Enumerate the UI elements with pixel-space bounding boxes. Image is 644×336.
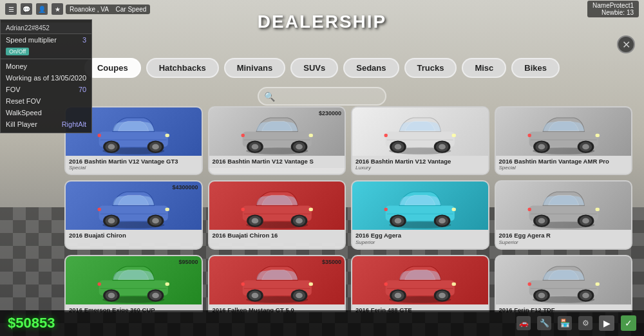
svg-point-50 xyxy=(108,218,115,224)
bottom-bar: $50853 🚗 🔧 🏪 ⚙ ▶ ✓ xyxy=(0,310,644,336)
menu-separator xyxy=(1,59,91,59)
svg-point-106 xyxy=(296,293,303,299)
svg-rect-85 xyxy=(595,208,599,211)
car-image xyxy=(496,256,632,304)
roblox-menu-icon[interactable]: ☰ xyxy=(5,3,17,15)
car-card[interactable]: Gamepass 2016 xyxy=(351,180,489,249)
car-image xyxy=(352,182,488,230)
svg-point-117 xyxy=(439,293,446,299)
svg-rect-64 xyxy=(241,208,244,211)
tab-trucks[interactable]: Trucks xyxy=(404,58,457,78)
car-card[interactable]: $43000002016 Buajati Chiron xyxy=(64,180,203,249)
roblox-players-icon[interactable]: 👤 xyxy=(36,3,48,15)
bottom-icons: 🚗 🔧 🏪 ⚙ ▶ ✓ xyxy=(516,315,636,331)
car-card[interactable]: $950002016 Emerson Exige 360 CUP xyxy=(64,255,203,312)
top-bar: ☰ 💬 👤 ★ Roanoke , VA Car Speed NameProte… xyxy=(0,0,644,18)
play-button[interactable]: ▶ xyxy=(599,315,614,331)
svg-point-73 xyxy=(439,218,446,224)
car-info: 2016 Egg AgeraSuperior xyxy=(352,230,488,248)
svg-rect-9 xyxy=(98,134,101,137)
wrench-icon-btn[interactable]: 🔧 xyxy=(537,316,551,330)
roblox-chat-icon[interactable]: 💬 xyxy=(21,3,32,15)
user-info: NameProtect1 Newbie: 13 xyxy=(587,1,639,17)
svg-point-7 xyxy=(152,144,159,150)
money-label: Money xyxy=(6,62,27,70)
svg-rect-52 xyxy=(166,208,169,211)
svg-point-105 xyxy=(251,293,258,299)
car-image: $95000 xyxy=(66,256,202,304)
tab-misc[interactable]: Misc xyxy=(462,58,506,78)
car-info: 2016 Bashtin Martin V12 Vantage GT3Speci… xyxy=(66,156,202,174)
walkspeed-label: WalkSpeed xyxy=(6,109,42,117)
fov-label: FOV xyxy=(6,86,21,93)
toggle-button[interactable]: On/Off xyxy=(6,48,29,55)
svg-point-29 xyxy=(439,144,446,150)
car-info: 2016 Buajati Chiron xyxy=(66,230,202,242)
svg-rect-119 xyxy=(384,282,388,285)
car-image xyxy=(209,182,345,230)
check-button[interactable]: ✓ xyxy=(621,315,636,331)
tab-sedans[interactable]: Sedans xyxy=(343,58,399,78)
car-category: Special xyxy=(69,165,198,171)
car-price: $35000 xyxy=(322,259,341,265)
shop-icon-btn[interactable]: 🏪 xyxy=(558,316,572,330)
car-info: 2016 Egg Agera RSuperior xyxy=(496,230,632,248)
car-card[interactable]: Gamepass 2016 xyxy=(208,180,346,249)
toggle-item[interactable]: On/Off xyxy=(1,46,91,57)
car-card[interactable]: Gamepass 2016 xyxy=(495,255,633,312)
car-price: $95000 xyxy=(178,259,198,265)
svg-rect-97 xyxy=(98,282,101,285)
svg-rect-31 xyxy=(384,134,388,137)
car-card[interactable]: Gamepass 2016 xyxy=(351,255,489,312)
car-card[interactable]: Gamepass 2016 xyxy=(495,106,633,175)
svg-rect-86 xyxy=(527,208,531,211)
location-badge: Roanoke , VA Car Speed xyxy=(66,5,150,14)
reset-fov-label: Reset FOV xyxy=(6,97,41,105)
username-display: NameProtect1 xyxy=(592,2,634,9)
car-info: 2016 Bashtin Martin V12 Vantage S xyxy=(209,156,345,168)
main-overlay: DEALERSHIP ✕ CoupesHatchbacksMinivansSUV… xyxy=(0,0,644,336)
svg-point-94 xyxy=(108,293,115,299)
car-info: 2016 Buajati Chiron 16 xyxy=(209,230,345,242)
settings-icon-btn[interactable]: ⚙ xyxy=(578,316,592,330)
car-name: 2016 Buajati Chiron 16 xyxy=(213,232,342,239)
money-display: $50853 xyxy=(8,315,55,331)
car-image: $4300000 xyxy=(66,182,202,230)
close-button[interactable]: ✕ xyxy=(617,35,635,53)
roblox-icons: ☰ 💬 👤 ★ xyxy=(5,3,63,15)
working-item: Working as of 13/05/2020 xyxy=(1,72,91,84)
car-card[interactable]: Gamepass 2016 xyxy=(351,106,489,175)
car-card[interactable]: $2300002016 Bashtin Martin V12 Vantage S xyxy=(208,106,346,175)
walkspeed-item: WalkSpeed xyxy=(1,107,91,118)
car-card[interactable]: $350002016 Falken Mustang GT 5.0 xyxy=(208,255,346,312)
tab-coupes[interactable]: Coupes xyxy=(84,58,141,78)
car-info: 2016 Bashtin Martin V12 VantageLuxury xyxy=(352,156,488,174)
car-image xyxy=(352,256,488,304)
car-name: 2016 Bashtin Martin V12 Vantage xyxy=(355,158,485,165)
sub-location-text: Car Speed xyxy=(116,6,147,13)
car-icon-btn[interactable]: 🚗 xyxy=(516,316,531,330)
svg-rect-107 xyxy=(308,282,312,285)
tab-bikes[interactable]: Bikes xyxy=(511,58,560,78)
svg-point-40 xyxy=(582,144,589,150)
car-card[interactable]: Gamepass 2016 xyxy=(495,180,633,249)
svg-point-72 xyxy=(395,218,402,224)
money-item: Money xyxy=(1,61,91,72)
search-input[interactable] xyxy=(258,87,386,106)
tab-hatchbacks[interactable]: Hatchbacks xyxy=(146,58,219,78)
tab-suvs[interactable]: SUVs xyxy=(290,58,338,78)
kill-player-keybind: RightAlt xyxy=(62,120,87,128)
roblox-star-icon[interactable]: ★ xyxy=(52,3,63,15)
car-grid: Gamepass 2016 xyxy=(64,106,635,312)
svg-point-127 xyxy=(538,293,545,299)
tab-minivans[interactable]: Minivans xyxy=(224,58,286,78)
left-menu-header: Adrian22#8452 xyxy=(1,23,91,34)
reset-fov-item[interactable]: Reset FOV xyxy=(1,95,91,107)
svg-rect-129 xyxy=(595,282,599,285)
kill-player-label: Kill Player xyxy=(6,120,37,128)
kill-player-item[interactable]: Kill Player RightAlt xyxy=(1,118,91,130)
svg-point-116 xyxy=(395,293,402,299)
fov-item: FOV 70 xyxy=(1,84,91,95)
search-icon: 🔍 xyxy=(264,91,275,102)
search-container: 🔍 xyxy=(258,87,386,106)
